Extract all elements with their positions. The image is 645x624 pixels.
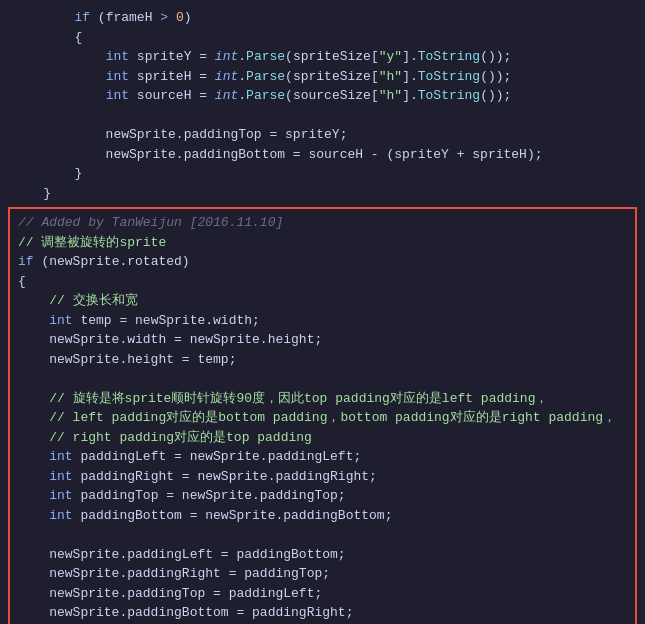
- code-token: // Added by TanWeijun [2016.11.10]: [18, 213, 283, 233]
- code-token: }: [12, 164, 82, 184]
- code-token: int paddingBottom = newSprite.paddingBot…: [18, 506, 392, 526]
- code-line: newSprite.width = newSprite.height;: [10, 330, 635, 350]
- code-token: {: [12, 28, 82, 48]
- code-line: newSprite.paddingBottom = sourceH - (spr…: [0, 145, 645, 165]
- code-token: // left padding对应的是bottom padding，bottom…: [18, 408, 616, 428]
- code-line: newSprite.paddingRight = paddingTop;: [10, 564, 635, 584]
- code-token: int sourceH = int.Parse(sourceSize["h"].…: [12, 86, 511, 106]
- code-editor: if (frameH > 0) { int spriteY = int.Pars…: [0, 0, 645, 624]
- code-token: int paddingLeft = newSprite.paddingLeft;: [18, 447, 361, 467]
- code-line: newSprite.paddingLeft = paddingBottom;: [10, 545, 635, 565]
- code-token: // right padding对应的是top padding: [18, 428, 312, 448]
- code-line: int paddingRight = newSprite.paddingRigh…: [10, 467, 635, 487]
- code-token: }: [12, 184, 51, 204]
- top-code-section: if (frameH > 0) { int spriteY = int.Pars…: [0, 8, 645, 203]
- code-token: int paddingTop = newSprite.paddingTop;: [18, 486, 346, 506]
- code-token: {: [18, 272, 26, 292]
- code-line: // 旋转是将sprite顺时针旋转90度，因此top padding对应的是l…: [10, 389, 635, 409]
- code-line: if (newSprite.rotated): [10, 252, 635, 272]
- code-line: int paddingTop = newSprite.paddingTop;: [10, 486, 635, 506]
- code-token: newSprite.height = temp;: [18, 350, 236, 370]
- code-line: newSprite.paddingTop = spriteY;: [0, 125, 645, 145]
- code-line: // left padding对应的是bottom padding，bottom…: [10, 408, 635, 428]
- code-token: if (newSprite.rotated): [18, 252, 190, 272]
- code-token: int paddingRight = newSprite.paddingRigh…: [18, 467, 377, 487]
- code-token: if (frameH > 0): [12, 8, 192, 28]
- code-line: {: [0, 28, 645, 48]
- code-token: int spriteH = int.Parse(spriteSize["h"].…: [12, 67, 511, 87]
- code-token: // 交换长和宽: [18, 291, 138, 311]
- code-line: int paddingBottom = newSprite.paddingBot…: [10, 506, 635, 526]
- code-line: }: [0, 184, 645, 204]
- code-line: int sourceH = int.Parse(sourceSize["h"].…: [0, 86, 645, 106]
- code-line: // right padding对应的是top padding: [10, 428, 635, 448]
- code-line: newSprite.paddingBottom = paddingRight;: [10, 603, 635, 623]
- code-line: {: [10, 272, 635, 292]
- code-token: int temp = newSprite.width;: [18, 311, 260, 331]
- code-token: // 旋转是将sprite顺时针旋转90度，因此top padding对应的是l…: [18, 389, 548, 409]
- code-token: newSprite.paddingRight = paddingTop;: [18, 564, 330, 584]
- code-line: int spriteY = int.Parse(spriteSize["y"].…: [0, 47, 645, 67]
- code-token: newSprite.paddingLeft = paddingBottom;: [18, 545, 346, 565]
- code-line: // 交换长和宽: [10, 291, 635, 311]
- code-token: // 调整被旋转的sprite: [18, 233, 166, 253]
- code-line: [0, 106, 645, 126]
- code-token: newSprite.paddingBottom = paddingRight;: [18, 603, 353, 623]
- code-token: int spriteY = int.Parse(spriteSize["y"].…: [12, 47, 511, 67]
- code-line: // Added by TanWeijun [2016.11.10]: [10, 213, 635, 233]
- code-line: [10, 525, 635, 545]
- code-line: int paddingLeft = newSprite.paddingLeft;: [10, 447, 635, 467]
- code-line: if (frameH > 0): [0, 8, 645, 28]
- code-line: }: [0, 164, 645, 184]
- code-token: newSprite.paddingBottom = sourceH - (spr…: [12, 145, 543, 165]
- code-token: newSprite.paddingTop = paddingLeft;: [18, 584, 322, 604]
- code-line: newSprite.paddingTop = paddingLeft;: [10, 584, 635, 604]
- code-line: int spriteH = int.Parse(spriteSize["h"].…: [0, 67, 645, 87]
- code-line: // 调整被旋转的sprite: [10, 233, 635, 253]
- code-line: int temp = newSprite.width;: [10, 311, 635, 331]
- highlighted-code-block: // Added by TanWeijun [2016.11.10] // 调整…: [8, 207, 637, 624]
- code-line: newSprite.height = temp;: [10, 350, 635, 370]
- code-token: newSprite.width = newSprite.height;: [18, 330, 322, 350]
- code-line: [10, 369, 635, 389]
- code-token: newSprite.paddingTop = spriteY;: [12, 125, 347, 145]
